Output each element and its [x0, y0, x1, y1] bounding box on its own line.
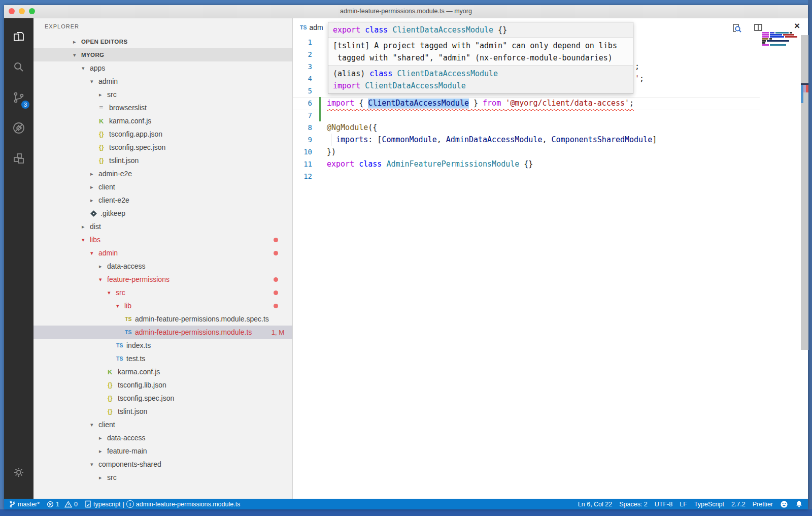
info-exclaim-icon: !	[126, 500, 134, 508]
code-line-text: export class AdminFeaturePermissionsModu…	[327, 159, 533, 169]
tree-item-src[interactable]: ▸src	[33, 471, 292, 484]
explorer-sidebar: EXPLORER ▸OPEN EDITORS▾MYORG▾apps▾admin▸…	[33, 18, 293, 499]
chevron-right-icon: ▸	[90, 171, 97, 177]
search-icon[interactable]	[4, 55, 33, 79]
tree-item-tslint-json[interactable]: {}tslint.json	[33, 154, 292, 167]
tree-item-client-e2e[interactable]: ▸client-e2e	[33, 194, 292, 207]
cursor-position[interactable]: Ln 6, Col 22	[578, 501, 612, 508]
tree-item-label: tsconfig.spec.json	[109, 143, 165, 151]
feedback-smiley-icon[interactable]	[780, 500, 788, 508]
tree-item-browserslist[interactable]: ≡browserslist	[33, 101, 292, 114]
status-separator: |	[122, 501, 124, 508]
tree-item-src[interactable]: ▾src	[33, 286, 292, 299]
git-branch-status[interactable]: master*	[9, 500, 40, 508]
tree-item-admin-e2e[interactable]: ▸admin-e2e	[33, 167, 292, 180]
tree-item-label: dist	[90, 222, 101, 231]
tree-item-label: src	[116, 288, 125, 297]
typescript-file-icon: TS	[116, 356, 126, 362]
line-number: 7	[293, 111, 312, 119]
formatter-status[interactable]: Prettier	[753, 501, 773, 508]
tree-item-admin[interactable]: ▾admin	[33, 246, 292, 260]
line-number: 4	[293, 75, 312, 83]
tree-item-label: client-e2e	[98, 196, 129, 204]
vscode-window: admin-feature-permissions.module.ts — my…	[4, 5, 808, 509]
tree-item-open-editors[interactable]: ▸OPEN EDITORS	[33, 35, 292, 48]
indentation-status[interactable]: Spaces: 2	[619, 501, 648, 508]
tree-item-tsconfig-spec-json[interactable]: {}tsconfig.spec.json	[33, 392, 292, 405]
debug-icon[interactable]	[4, 116, 33, 140]
code-line-text: import { ClientDataAccessModule } from '…	[327, 99, 634, 108]
window-frame-right	[808, 0, 812, 516]
tree-item-label: client	[98, 183, 115, 191]
karma-file-icon: K	[108, 368, 118, 376]
tree-item-karma-conf-js[interactable]: Kkarma.conf.js	[33, 365, 292, 378]
scrollbar-slider[interactable]	[801, 35, 808, 350]
editor-group[interactable]: TS adm	[293, 18, 808, 499]
eol-status[interactable]: LF	[680, 501, 687, 508]
code-line-12: 12	[293, 170, 760, 182]
json-file-icon: {}	[99, 131, 109, 138]
tree-item-tsconfig-spec-json[interactable]: {}tsconfig.spec.json	[33, 141, 292, 154]
tree-item-data-access[interactable]: ▸data-access	[33, 260, 292, 273]
source-control-icon[interactable]: 3	[4, 85, 33, 110]
linter-status[interactable]: typescript | ! admin-feature-permissions…	[85, 500, 240, 508]
overview-ruler	[801, 18, 808, 499]
tree-item-admin[interactable]: ▾admin	[33, 75, 292, 88]
tree-item-lib[interactable]: ▾lib	[33, 299, 292, 312]
chevron-right-icon: ▸	[82, 223, 88, 230]
tree-item-label: index.ts	[126, 341, 151, 349]
code-line-text: @NgModule({	[327, 123, 377, 132]
tree-item-tslint-json[interactable]: {}tslint.json	[33, 405, 292, 418]
code-line-9: 9 imports: [CommonModule, AdminDataAcces…	[293, 134, 760, 146]
tree-item-tsconfig-app-json[interactable]: {}tsconfig.app.json	[33, 127, 292, 141]
tree-item-components-shared[interactable]: ▾components-shared	[33, 458, 292, 471]
gear-icon[interactable]	[4, 460, 33, 485]
window-frame-bottom	[0, 509, 812, 516]
tree-item-label: feature-permissions	[107, 275, 170, 283]
tree-item-index-ts[interactable]: TSindex.ts	[33, 339, 292, 352]
chevron-down-icon: ▾	[90, 422, 97, 428]
explorer-icon[interactable]	[4, 24, 33, 49]
ts-version[interactable]: 2.7.2	[731, 501, 746, 508]
tree-item-src[interactable]: ▸src	[33, 88, 292, 101]
tree-item-feature-main[interactable]: ▸feature-main	[33, 444, 292, 458]
tree-item-data-access[interactable]: ▸data-access	[33, 431, 292, 444]
tree-item-admin-feature-permissions-module-spec-ts[interactable]: TSadmin-feature-permissions.module.spec.…	[33, 312, 292, 326]
minimap-line	[762, 34, 801, 36]
hover-alias: (alias) class ClientDataAccessModuleimpo…	[328, 66, 633, 93]
sidebar-title: EXPLORER	[33, 18, 292, 35]
tree-item-myorg[interactable]: ▾MYORG	[33, 48, 292, 61]
tree-item-label: MYORG	[81, 52, 104, 58]
tree-item-libs[interactable]: ▾libs	[33, 233, 292, 246]
tree-item-feature-permissions[interactable]: ▾feature-permissions	[33, 273, 292, 286]
tree-item-label: .gitkeep	[100, 209, 125, 217]
tree-item--gitkeep[interactable]: .gitkeep	[33, 207, 292, 220]
tree-item-client[interactable]: ▾client	[33, 418, 292, 431]
tree-item-apps[interactable]: ▾apps	[33, 61, 292, 75]
tree-item-client[interactable]: ▸client	[33, 180, 292, 194]
modified-dot-indicator	[274, 277, 278, 282]
tree-item-test-ts[interactable]: TStest.ts	[33, 352, 292, 365]
problems-status[interactable]: 1 0	[47, 501, 78, 508]
activity-bar: 3	[4, 18, 33, 499]
hover-signature: export class ClientDataAccessModule {}	[328, 22, 633, 38]
open-preview-icon[interactable]	[731, 22, 742, 34]
split-editor-icon[interactable]	[753, 22, 763, 33]
tree-item-tsconfig-lib-json[interactable]: {}tsconfig.lib.json	[33, 378, 292, 392]
extensions-icon[interactable]	[4, 146, 33, 171]
tree-item-karma-conf-js[interactable]: Kkarma.conf.js	[33, 114, 292, 127]
json-file-icon: {}	[108, 381, 118, 389]
encoding-status[interactable]: UTF-8	[655, 501, 672, 508]
tree-item-dist[interactable]: ▸dist	[33, 220, 292, 233]
tree-item-label: browserslist	[109, 104, 147, 112]
notifications-bell-icon[interactable]	[795, 500, 803, 508]
language-mode[interactable]: TypeScript	[694, 501, 724, 508]
tree-item-label: admin	[98, 249, 118, 257]
chevron-down-icon: ▾	[90, 78, 97, 85]
minimap[interactable]	[759, 32, 801, 337]
line-number: 1	[293, 38, 312, 46]
code-line-7: 7	[293, 109, 760, 121]
error-count: 1	[56, 501, 59, 508]
tree-item-admin-feature-permissions-module-ts[interactable]: TSadmin-feature-permissions.module.ts1, …	[33, 326, 292, 339]
close-icon[interactable]: ×	[794, 20, 800, 31]
